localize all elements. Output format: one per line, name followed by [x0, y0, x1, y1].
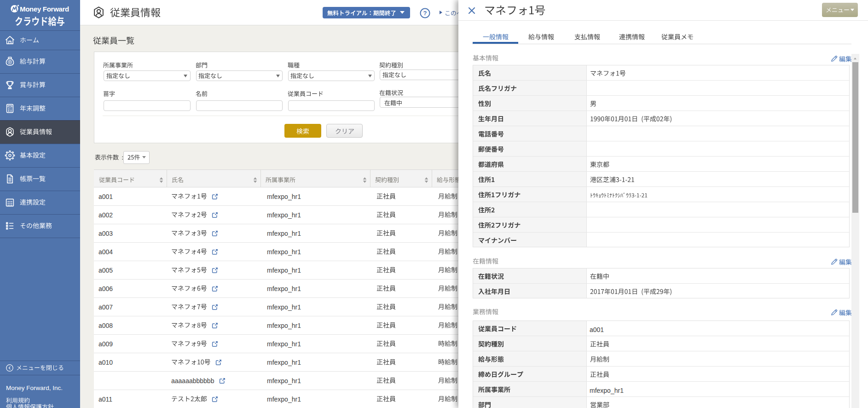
svg-text:?: ?	[423, 10, 427, 17]
